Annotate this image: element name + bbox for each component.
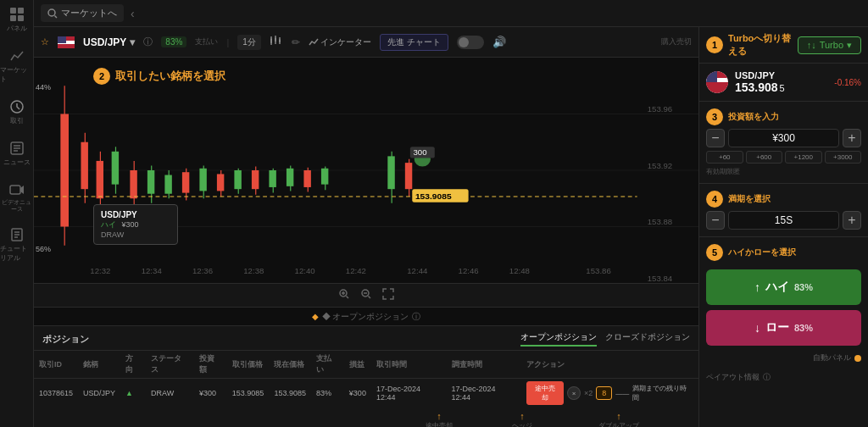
expiry-display: 15S: [728, 211, 839, 230]
right-panel: 1 Turboへ切り替える ↑↓ Turbo ▾ USD/JPY: [698, 27, 868, 427]
amount-increase-button[interactable]: +: [843, 129, 861, 147]
chart-area: ☆ USD/JPY ▾ ⓘ 83% 支払い | 1分: [34, 27, 698, 427]
content-area: ☆ USD/JPY ▾ ⓘ 83% 支払い | 1分: [34, 27, 868, 427]
payout-info: ペイアウト情報 ⓘ: [699, 367, 868, 388]
svg-rect-2: [10, 15, 16, 21]
info-icon[interactable]: ⓘ: [143, 36, 153, 48]
volume-icon[interactable]: 🔊: [492, 36, 506, 48]
favorite-star[interactable]: ☆: [41, 36, 49, 47]
svg-rect-65: [217, 174, 224, 191]
quick-amount-60[interactable]: +60: [706, 151, 743, 164]
positions-area: ポジション オープンポジション クローズドポジション 取引ID 銘柄 方向: [34, 325, 698, 427]
timeframe-selector[interactable]: 1分: [237, 35, 261, 50]
topbar-back-arrow[interactable]: ‹: [131, 7, 135, 20]
topbar: マーケットへ ‹: [34, 0, 868, 27]
svg-text:153.88: 153.88: [648, 219, 672, 227]
btn-high[interactable]: ↑ ハイ 83%: [706, 269, 861, 305]
amount-decrease-button[interactable]: −: [706, 129, 725, 147]
zoom-out-icon[interactable]: [360, 288, 372, 302]
asset-flag: [706, 71, 728, 93]
svg-rect-26: [279, 39, 281, 42]
quick-amount-600[interactable]: +600: [746, 151, 783, 164]
svg-rect-81: [405, 163, 412, 189]
fullscreen-icon[interactable]: [382, 288, 394, 302]
turbo-button[interactable]: ↑↓ Turbo ▾: [798, 36, 861, 54]
app-container: パネル マーケット 取引 ニュース ビデオニュース チュートリアル マ: [0, 0, 868, 427]
svg-rect-57: [147, 170, 154, 194]
asset-change-display: -0.16%: [834, 78, 861, 87]
svg-text:153.92: 153.92: [648, 162, 672, 170]
svg-line-16: [55, 15, 58, 18]
percent-high: 44%: [36, 83, 51, 92]
popup-direction: ハイ ¥300: [101, 219, 170, 230]
amount-control: − ¥300 +: [706, 129, 861, 147]
quick-amount-3000[interactable]: +3000: [825, 151, 862, 164]
sidebar-item-trade[interactable]: 取引: [9, 99, 25, 125]
quick-amount-1200[interactable]: +1200: [785, 151, 822, 164]
svg-text:153.86: 153.86: [586, 267, 610, 275]
svg-line-89: [347, 297, 349, 299]
payout-badge: 83%: [161, 36, 186, 47]
expiry-increase-button[interactable]: +: [843, 211, 861, 230]
sidebar-item-videonews[interactable]: ビデオニュース: [0, 182, 33, 212]
tab-closed-positions[interactable]: クローズドポジション: [605, 331, 690, 347]
draw-icon[interactable]: ✏: [292, 36, 300, 48]
multiply-icon[interactable]: ×: [567, 386, 581, 400]
svg-rect-79: [387, 156, 394, 189]
tab-open-positions[interactable]: オープンポジション: [520, 331, 597, 347]
svg-text:153.96: 153.96: [648, 106, 672, 114]
svg-rect-9: [10, 186, 20, 194]
percent-low: 56%: [36, 245, 51, 253]
svg-rect-61: [182, 172, 189, 192]
svg-text:12:38: 12:38: [243, 267, 264, 275]
turbo-header: 1 Turboへ切り替える ↑↓ Turbo ▾: [699, 27, 868, 64]
chart-container[interactable]: 2 取引したい銘柄を選択 44% 56% 153.96 153.: [34, 58, 698, 283]
svg-rect-47: [60, 114, 69, 227]
svg-rect-0: [10, 8, 16, 14]
open-positions-info[interactable]: ⓘ: [412, 311, 420, 323]
svg-text:12:44: 12:44: [407, 267, 427, 275]
expiry-section: 4 満期を選択 − 15S +: [699, 184, 868, 237]
toggle-switch[interactable]: [457, 36, 484, 49]
market-search[interactable]: マーケットへ: [41, 4, 124, 22]
asset-name-display: USD/JPY: [735, 70, 827, 80]
svg-rect-23: [275, 37, 276, 42]
chart-mode-label[interactable]: 先進 チャート: [380, 34, 448, 51]
svg-text:12:40: 12:40: [295, 267, 315, 275]
svg-rect-77: [321, 169, 328, 185]
sidebar-item-news[interactable]: ニュース: [3, 141, 31, 167]
payout-info-icon[interactable]: ⓘ: [763, 372, 771, 383]
svg-rect-20: [270, 38, 272, 43]
sidebar-item-tutorial[interactable]: チュートリアル: [0, 227, 33, 263]
candlestick-chart: 153.96 153.92 153.88 153.84 12:32 12:34 …: [34, 58, 698, 283]
table-header-row: 取引ID 銘柄 方向 ステータス 投資額 取引価格 現在価格 支払い 損益 取引…: [34, 351, 698, 379]
svg-rect-19: [58, 36, 66, 43]
svg-rect-73: [287, 169, 293, 186]
amount-display: ¥300: [728, 129, 839, 147]
sell-button[interactable]: 途中売却: [526, 381, 564, 405]
candlestick-icon[interactable]: [270, 35, 283, 49]
expiry-decrease-button[interactable]: −: [706, 211, 725, 230]
callout-1-container: 1 Turboへ切り替える: [706, 32, 798, 58]
auto-panel: 自動パネル: [699, 352, 868, 367]
sidebar-item-market[interactable]: マーケット: [0, 48, 33, 84]
svg-rect-99: [706, 82, 728, 86]
btn-low[interactable]: ↓ ロー 83%: [706, 310, 861, 346]
svg-rect-100: [706, 71, 717, 82]
timer-label-text: 満期までの残り時間: [632, 384, 693, 402]
instrument-name[interactable]: USD/JPY ▾: [83, 36, 135, 48]
positions-table: 取引ID 銘柄 方向 ステータス 投資額 取引価格 現在価格 支払い 損益 取引…: [34, 351, 698, 408]
sidebar-item-panel[interactable]: パネル: [7, 7, 27, 33]
svg-text:153.84: 153.84: [648, 274, 672, 283]
popup-asset: USD/JPY: [101, 210, 170, 219]
positions-title: ポジション: [42, 333, 89, 346]
svg-text:153.9085: 153.9085: [415, 192, 452, 202]
open-positions-bar: ◆ ◆ オープンポジション ⓘ: [34, 307, 698, 325]
popup-status: DRAW: [101, 230, 170, 239]
svg-text:12:48: 12:48: [509, 267, 530, 275]
hedge-arrow: ↑: [520, 411, 525, 421]
asset-price-display: 153.908: [735, 80, 778, 94]
svg-rect-59: [164, 175, 171, 194]
zoom-in-icon[interactable]: [338, 288, 350, 302]
indicator-button[interactable]: インケーター: [309, 36, 371, 48]
